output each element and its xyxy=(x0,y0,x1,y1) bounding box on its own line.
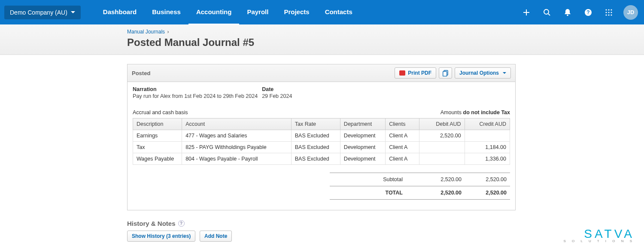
svg-text:?: ? xyxy=(586,9,589,15)
col-clients: Clients xyxy=(386,118,419,130)
cell-clients: Client A xyxy=(386,153,419,165)
table-header-row: Description Account Tax Rate Department … xyxy=(133,118,510,130)
svg-point-1 xyxy=(567,14,568,16)
cell-description: Wages Payable xyxy=(133,153,182,165)
journal-options-button[interactable]: Journal Options xyxy=(455,67,511,79)
org-name: Demo Company (AU) xyxy=(10,9,67,16)
copy-icon xyxy=(443,70,448,76)
history-title-text: History & Notes xyxy=(127,220,176,227)
show-history-button[interactable]: Show History (3 entries) xyxy=(127,231,195,242)
col-description: Description xyxy=(133,118,182,130)
footer-logo: SATVA S O L U T I O N S xyxy=(564,227,635,242)
cell-clients: Client A xyxy=(386,130,419,142)
journal-table: Description Account Tax Rate Department … xyxy=(133,118,510,165)
nav-item-accounting[interactable]: Accounting xyxy=(188,0,240,25)
subtotal-row: Subtotal 2,520.00 2,520.00 xyxy=(133,173,510,186)
narration-value: Pay run for Alex from 1st Feb 2024 to 29… xyxy=(133,93,258,99)
total-label: TOTAL xyxy=(334,190,420,196)
chevron-down-icon xyxy=(71,11,75,13)
bell-icon[interactable] xyxy=(559,4,576,21)
nav-items: DashboardBusinessAccountingPayrollProjec… xyxy=(95,0,360,25)
nav-item-dashboard[interactable]: Dashboard xyxy=(95,0,144,25)
pdf-icon xyxy=(399,70,405,76)
cell-clients: Client A xyxy=(386,142,419,153)
breadcrumb-parent[interactable]: Manual Journals xyxy=(127,29,165,35)
col-account: Account xyxy=(182,118,292,130)
top-nav: Demo Company (AU) DashboardBusinessAccou… xyxy=(0,0,644,24)
journal-panel: Posted Print PDF Journal Options Narrati… xyxy=(127,64,516,210)
cell-tax_rate: BAS Excluded xyxy=(291,142,340,153)
svg-point-5 xyxy=(608,9,609,10)
breadcrumb-sep: › xyxy=(166,29,169,35)
avatar[interactable]: JD xyxy=(623,5,638,20)
add-note-button[interactable]: Add Note xyxy=(200,231,232,242)
cell-credit: 1,184.00 xyxy=(465,142,510,153)
nav-item-projects[interactable]: Projects xyxy=(276,0,317,25)
svg-point-8 xyxy=(608,12,609,13)
cell-debit xyxy=(419,142,465,153)
nav-item-payroll[interactable]: Payroll xyxy=(239,0,276,25)
amounts-bold: do not include Tax xyxy=(463,109,510,115)
date-label: Date xyxy=(262,86,292,92)
history-section: History & Notes ? Show History (3 entrie… xyxy=(127,220,516,242)
footer-tagline: S O L U T I O N S xyxy=(564,239,635,242)
cell-account: 804 - Wages Payable - Payroll xyxy=(182,153,292,165)
amounts-prefix: Amounts xyxy=(440,109,463,115)
org-selector[interactable]: Demo Company (AU) xyxy=(4,6,81,19)
cell-debit xyxy=(419,153,465,165)
meta-row: Narration Pay run for Alex from 1st Feb … xyxy=(133,86,510,99)
svg-point-11 xyxy=(608,14,609,15)
date-value: 29 Feb 2024 xyxy=(262,93,292,99)
total-credit: 2,520.00 xyxy=(465,190,510,196)
cell-department: Development xyxy=(340,153,385,165)
show-history-label: Show History (3 entries) xyxy=(132,233,191,239)
search-icon[interactable] xyxy=(538,4,556,21)
journal-options-label: Journal Options xyxy=(459,70,499,76)
print-pdf-label: Print PDF xyxy=(408,70,431,76)
cell-credit: 1,336.00 xyxy=(465,153,510,165)
table-row: Tax825 - PAYG Withholdings PayableBAS Ex… xyxy=(133,142,510,153)
chevron-down-icon xyxy=(503,72,506,74)
breadcrumb: Manual Journals › xyxy=(127,29,516,35)
add-icon[interactable] xyxy=(518,4,535,21)
svg-point-6 xyxy=(611,9,612,10)
help-icon[interactable]: ? xyxy=(580,4,597,21)
basis-text: Accrual and cash basis xyxy=(133,109,440,115)
cell-account: 825 - PAYG Withholdings Payable xyxy=(182,142,292,153)
add-note-label: Add Note xyxy=(204,233,227,239)
col-taxrate: Tax Rate xyxy=(291,118,340,130)
table-row: Wages Payable804 - Wages Payable - Payro… xyxy=(133,153,510,165)
table-row: Earnings477 - Wages and SalariesBAS Excl… xyxy=(133,130,510,142)
subtotal-debit: 2,520.00 xyxy=(420,176,465,182)
basis-row: Accrual and cash basis Amounts do not in… xyxy=(133,109,510,115)
svg-point-9 xyxy=(611,12,612,13)
subtotal-credit: 2,520.00 xyxy=(465,176,510,182)
sub-header: Manual Journals › Posted Manual Journal … xyxy=(0,24,644,55)
col-debit: Debit AUD xyxy=(419,118,465,130)
cell-tax_rate: BAS Excluded xyxy=(291,130,340,142)
cell-description: Earnings xyxy=(133,130,182,142)
history-title: History & Notes ? xyxy=(127,220,516,227)
cell-debit: 2,520.00 xyxy=(419,130,465,142)
cell-credit xyxy=(465,130,510,142)
subtotal-label: Subtotal xyxy=(334,176,420,182)
narration-label: Narration xyxy=(133,86,258,92)
print-pdf-button[interactable]: Print PDF xyxy=(395,67,436,79)
col-department: Department xyxy=(340,118,385,130)
date-block: Date 29 Feb 2024 xyxy=(262,86,292,99)
apps-icon[interactable] xyxy=(600,4,617,21)
cell-tax_rate: BAS Excluded xyxy=(291,153,340,165)
cell-department: Development xyxy=(340,130,385,142)
page-title: Posted Manual Journal #5 xyxy=(127,36,516,49)
nav-item-business[interactable]: Business xyxy=(144,0,188,25)
copy-button[interactable] xyxy=(439,67,452,79)
help-icon[interactable]: ? xyxy=(178,220,185,227)
total-debit: 2,520.00 xyxy=(420,190,465,196)
status-label: Posted xyxy=(132,70,150,76)
svg-point-12 xyxy=(611,14,612,15)
total-row: TOTAL 2,520.00 2,520.00 xyxy=(133,186,510,199)
nav-item-contacts[interactable]: Contacts xyxy=(317,0,360,25)
svg-point-10 xyxy=(605,14,607,15)
cell-department: Development xyxy=(340,142,385,153)
svg-point-7 xyxy=(605,12,607,13)
